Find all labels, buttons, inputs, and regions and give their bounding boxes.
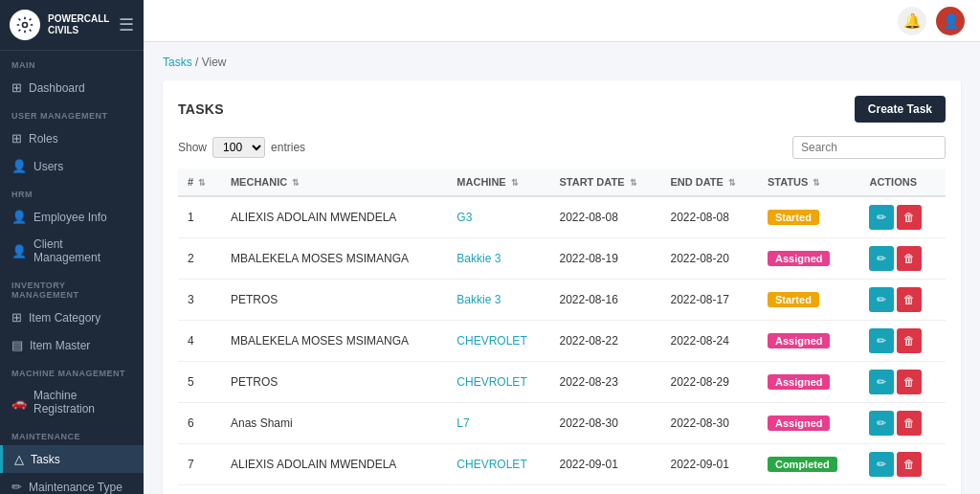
row-status: Assigned (758, 403, 860, 444)
sidebar-icon-maintenance-type: ✏ (11, 480, 22, 494)
sidebar-item-dashboard[interactable]: ⊞Dashboard (0, 74, 144, 101)
row-mechanic: PETROS (221, 362, 447, 403)
sidebar-icon-item-category: ⊞ (11, 310, 22, 325)
edit-button[interactable]: ✏ (869, 246, 894, 271)
row-mechanic: PETROS (221, 280, 447, 321)
delete-button[interactable]: 🗑 (897, 205, 922, 230)
sidebar-label-item-master: Item Master (30, 339, 90, 352)
row-actions: ✏🗑 (859, 196, 946, 238)
row-actions: ✏🗑 (859, 321, 946, 362)
sidebar-section-machine-management: MACHINE MANAGEMENT (0, 359, 144, 382)
col-#: # ⇅ (178, 168, 221, 196)
topbar: 🔔 👤 (144, 0, 980, 42)
sort-icon[interactable]: ⇅ (292, 178, 300, 188)
delete-button[interactable]: 🗑 (897, 411, 922, 436)
row-mechanic: MBALEKELA MOSES MSIMANGA (221, 321, 447, 362)
search-input[interactable] (792, 136, 946, 159)
row-start-date: 2022-08-19 (549, 238, 660, 280)
edit-button[interactable]: ✏ (869, 411, 894, 436)
edit-button[interactable]: ✏ (869, 328, 894, 353)
sidebar-label-machine-registration: Machine Registration (33, 389, 132, 415)
row-num: 6 (178, 403, 221, 444)
delete-button[interactable]: 🗑 (897, 452, 922, 477)
row-actions: ✏🗑 (859, 362, 946, 403)
edit-button[interactable]: ✏ (869, 452, 894, 477)
notification-icon[interactable]: 🔔 (898, 7, 926, 35)
status-badge: Assigned (768, 251, 831, 266)
breadcrumb-tasks[interactable]: Tasks (163, 56, 192, 69)
row-machine: Bakkie 3 (447, 280, 549, 321)
table-controls: Show 100 25 50 entries (178, 136, 946, 159)
sidebar-item-users[interactable]: 👤Users (0, 152, 144, 180)
sort-icon[interactable]: ⇅ (511, 178, 519, 188)
row-num: 2 (178, 238, 221, 280)
row-actions: ✏🗑 (859, 280, 946, 321)
row-end-date: 2022-09-01 (660, 444, 758, 485)
row-num: 4 (178, 321, 221, 362)
row-start-date: 2022-08-22 (549, 321, 660, 362)
app-name: POWERCALL CIVILS (48, 13, 111, 36)
row-start-date: 2022-08-08 (549, 196, 660, 238)
sidebar-item-tasks[interactable]: △Tasks (0, 445, 144, 473)
delete-button[interactable]: 🗑 (897, 287, 922, 312)
sort-icon[interactable]: ⇅ (198, 178, 206, 188)
table-row: 7ALIEXIS ADOLAIN MWENDELACHEVROLET2022-0… (178, 444, 946, 485)
delete-button[interactable]: 🗑 (897, 246, 922, 271)
sidebar-item-client-management[interactable]: 👤Client Management (0, 231, 144, 271)
col-machine: MACHINE ⇅ (447, 168, 549, 196)
sidebar-icon-tasks: △ (14, 452, 24, 466)
row-status: Assigned (758, 362, 860, 403)
sidebar-label-client-management: Client Management (33, 237, 132, 264)
status-badge: Completed (768, 457, 837, 472)
hamburger-icon[interactable]: ☰ (119, 14, 134, 35)
row-end-date: 2022-08-30 (660, 403, 758, 444)
sidebar-section-maintenance: MAINTENANCE (0, 422, 144, 445)
status-badge: Started (768, 292, 819, 307)
status-badge: Assigned (768, 415, 831, 431)
create-task-button[interactable]: Create Task (855, 96, 946, 123)
sort-icon[interactable]: ⇅ (728, 178, 736, 188)
table-row: 3PETROSBakkie 32022-08-162022-08-17Start… (178, 280, 946, 321)
user-avatar[interactable]: 👤 (936, 7, 965, 35)
sidebar-icon-employee-info: 👤 (11, 210, 27, 224)
row-end-date: 2022-08-20 (660, 238, 758, 280)
content-area: Tasks / View TASKS Create Task Show 100 … (144, 42, 980, 494)
table-row: 5PETROSCHEVROLET2022-08-232022-08-29Assi… (178, 362, 946, 403)
status-badge: Assigned (768, 333, 831, 348)
sidebar-label-roles: Roles (29, 132, 58, 146)
sidebar-icon-roles: ⊞ (11, 131, 22, 146)
sidebar-label-tasks: Tasks (31, 453, 60, 466)
row-start-date: 2022-08-30 (549, 403, 660, 444)
sidebar-item-roles[interactable]: ⊞Roles (0, 124, 144, 152)
edit-button[interactable]: ✏ (869, 287, 894, 312)
row-mechanic: Anas Shami (221, 403, 447, 444)
sidebar-item-employee-info[interactable]: 👤Employee Info (0, 203, 144, 231)
delete-button[interactable]: 🗑 (897, 328, 922, 353)
row-machine: L7 (447, 403, 549, 444)
row-actions: ✏🗑 (859, 403, 946, 444)
sidebar-item-item-category[interactable]: ⊞Item Category (0, 303, 144, 331)
row-machine: G3 (447, 196, 549, 238)
card-header: TASKS Create Task (178, 96, 946, 123)
sidebar-item-item-master[interactable]: ▤Item Master (0, 331, 144, 359)
row-mechanic: ALIEXIS ADOLAIN MWENDELA (221, 196, 447, 238)
entries-select[interactable]: 100 25 50 (212, 137, 265, 158)
delete-button[interactable]: 🗑 (897, 370, 922, 394)
row-status: Completed (758, 444, 860, 485)
row-mechanic: ALIEXIS ADOLAIN MWENDELA (221, 444, 447, 485)
sidebar-item-maintenance-type[interactable]: ✏Maintenance Type (0, 473, 144, 494)
edit-button[interactable]: ✏ (869, 370, 894, 394)
sidebar-label-users: Users (33, 160, 63, 173)
sidebar-section-hrm: HRM (0, 180, 144, 203)
edit-button[interactable]: ✏ (869, 205, 894, 230)
col-actions: ACTIONS (859, 168, 946, 196)
sort-icon[interactable]: ⇅ (630, 178, 637, 188)
sort-icon[interactable]: ⇅ (813, 178, 820, 188)
tasks-table: # ⇅MECHANIC ⇅MACHINE ⇅START DATE ⇅END DA… (178, 168, 946, 485)
row-num: 3 (178, 280, 221, 321)
sidebar-icon-machine-registration: 🚗 (11, 395, 27, 410)
show-entries: Show 100 25 50 entries (178, 137, 305, 158)
status-badge: Assigned (768, 374, 831, 390)
table-row: 4MBALEKELA MOSES MSIMANGACHEVROLET2022-0… (178, 321, 946, 362)
sidebar-item-machine-registration[interactable]: 🚗Machine Registration (0, 382, 144, 422)
